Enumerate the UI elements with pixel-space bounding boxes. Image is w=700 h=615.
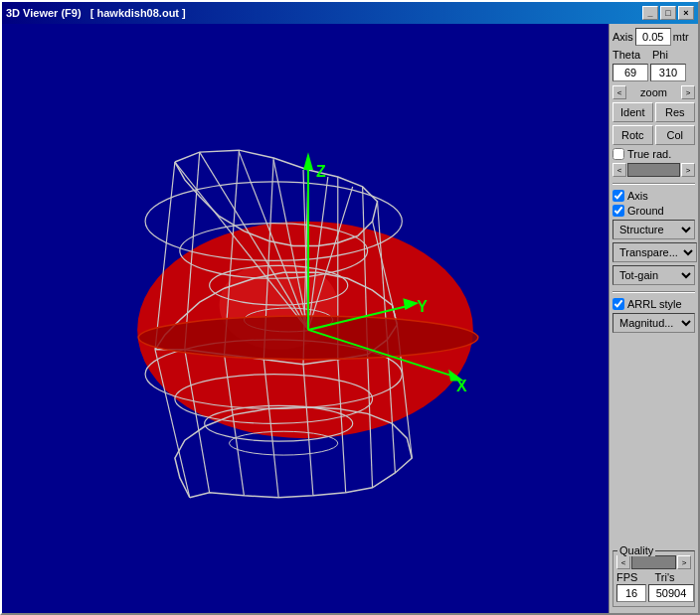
axis-check-label: Axis [627,190,648,202]
arrl-checkbox[interactable] [612,298,624,310]
quality-scroll-right[interactable]: > [677,555,691,569]
magnitude-dropdown[interactable]: Magnitud... [612,313,695,333]
right-panel: Axis mtr Theta Phi < zoom > I [609,24,698,613]
window-body: Z Y X Axis mtr Theta Phi [2,24,698,613]
res-button[interactable]: Res [655,102,696,122]
ground-check-row: Ground [612,205,695,217]
zoom-left-button[interactable]: < [612,85,626,99]
rotc-button[interactable]: Rotc [612,125,653,145]
axis-unit: mtr [673,31,689,43]
maximize-button[interactable]: □ [660,6,676,20]
quality-scroll-row: < > [616,555,691,569]
tot-gain-dropdown[interactable]: Tot-gain [612,265,695,285]
fps-label: FPS [616,571,653,583]
scroll-left-button[interactable]: < [612,163,626,177]
quality-scroll-track[interactable] [631,555,676,569]
arrl-label: ARRL style [627,298,682,310]
axis-checkbox[interactable] [612,190,624,202]
fps-tris-labels: FPS Tri's [616,571,691,583]
theta-label: Theta [612,49,650,61]
svg-text:Z: Z [316,163,326,180]
axis-label: Axis [612,31,633,43]
scroll-right-button[interactable]: > [681,163,695,177]
spacer [612,336,695,548]
axis-row: Axis mtr [612,28,695,46]
quality-label: Quality [617,544,655,556]
tris-label: Tri's [655,571,692,583]
zoom-right-button[interactable]: > [681,85,695,99]
ident-res-row: Ident Res [612,102,695,122]
title-bar-controls: _ □ × [642,6,694,20]
svg-text:X: X [456,378,467,394]
axis-input[interactable] [635,28,671,46]
true-rad-checkbox[interactable] [612,148,624,160]
arrl-check-row: ARRL style [612,298,695,310]
phi-input[interactable] [650,64,686,81]
structure-row: Structure [612,220,695,239]
true-rad-label: True rad. [627,148,671,160]
title-bar-text: 3D Viewer (F9) [ hawkdish08.out ] [6,7,642,19]
transparent-dropdown[interactable]: Transpare... [612,242,697,262]
viewport[interactable]: Z Y X [2,24,609,613]
svg-text:Y: Y [417,298,428,315]
3d-scene: Z Y X [2,24,609,613]
fps-tris-values [616,584,691,602]
main-window: 3D Viewer (F9) [ hawkdish08.out ] _ □ × [0,0,700,615]
scroll-track[interactable] [627,163,680,177]
svg-marker-38 [303,152,313,170]
close-button[interactable]: × [678,6,694,20]
minimize-button[interactable]: _ [642,6,658,20]
zoom-row: < zoom > [612,85,695,99]
structure-dropdown[interactable]: Structure [612,220,695,239]
title-bar: 3D Viewer (F9) [ hawkdish08.out ] _ □ × [2,2,698,24]
col-button[interactable]: Col [655,125,696,145]
theta-phi-labels: Theta Phi [612,49,695,61]
ground-check-label: Ground [627,205,664,217]
tot-gain-row: Tot-gain [612,265,695,285]
zoom-label: zoom [627,86,680,98]
fps-value[interactable] [616,584,646,602]
tris-value[interactable] [648,584,694,602]
scroll-row: < > [612,163,695,177]
phi-label: Phi [652,49,668,61]
magnitude-row: Magnitud... [612,313,695,333]
separator-2 [612,291,695,293]
separator-1 [612,183,695,185]
theta-input[interactable] [612,64,648,81]
quality-group: Quality < > FPS Tri's [612,550,695,607]
axis-check-row: Axis [612,190,695,202]
true-rad-row: True rad. [612,148,695,160]
ident-button[interactable]: Ident [612,102,653,122]
rotc-col-row: Rotc Col [612,125,695,145]
quality-scroll-left[interactable]: < [616,555,630,569]
ground-checkbox[interactable] [612,205,624,217]
theta-phi-inputs [612,64,695,81]
transparent-row: Transpare... [612,242,695,262]
